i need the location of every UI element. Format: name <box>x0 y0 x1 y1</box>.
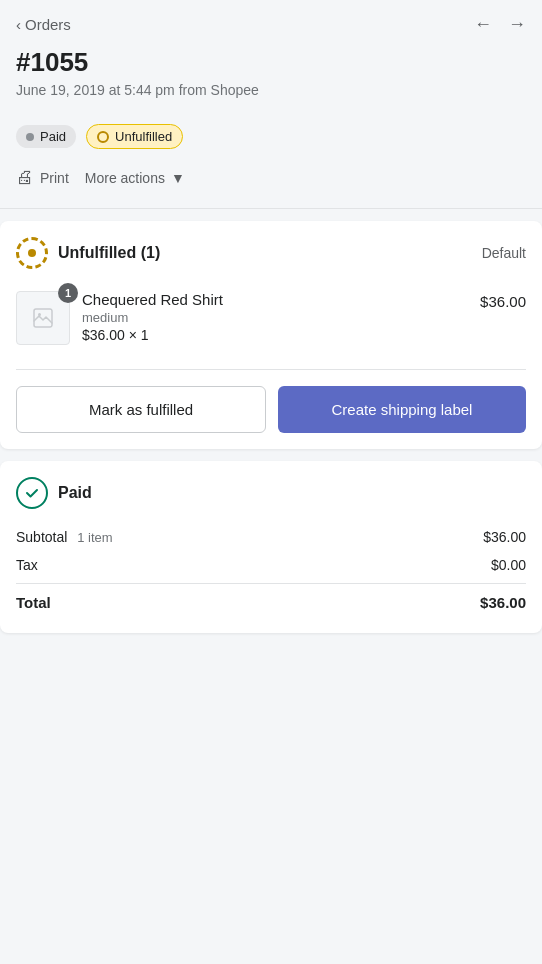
back-link[interactable]: ‹ Orders <box>16 16 71 33</box>
total-label: Total <box>16 594 51 611</box>
item-quantity: 1 <box>141 327 149 343</box>
payment-summary: Subtotal 1 item $36.00 Tax $0.00 Total $… <box>16 523 526 617</box>
item-details: Chequered Red Shirt medium $36.00 × 1 <box>82 291 468 343</box>
status-row: Paid Unfulfilled <box>0 114 542 163</box>
unfulfilled-badge-label: Unfulfilled <box>115 129 172 144</box>
back-label: Orders <box>25 16 71 33</box>
unfulfilled-status-icon <box>16 237 48 269</box>
back-chevron-icon: ‹ <box>16 16 21 33</box>
fulfillment-actions: Mark as fulfilled Create shipping label <box>16 369 526 433</box>
create-shipping-label-button[interactable]: Create shipping label <box>278 386 526 433</box>
paid-section-header: Paid <box>16 477 526 509</box>
unfulfilled-card: Unfulfilled (1) Default 1 Chequered Red … <box>0 221 542 449</box>
paid-badge-label: Paid <box>40 129 66 144</box>
section-title: Unfulfilled (1) <box>16 237 160 269</box>
image-placeholder-icon <box>31 306 55 330</box>
item-quantity-badge: 1 <box>58 283 78 303</box>
more-actions-button[interactable]: More actions ▼ <box>85 166 185 190</box>
paid-status-icon <box>16 477 48 509</box>
item-variant: medium <box>82 310 468 325</box>
subtotal-value: $36.00 <box>483 529 526 545</box>
fulfillment-location: Default <box>482 245 526 261</box>
item-total-price: $36.00 <box>480 291 526 310</box>
order-date: June 19, 2019 at 5:44 pm from Shopee <box>16 82 526 98</box>
print-button[interactable]: 🖨 Print <box>16 163 69 192</box>
nav-arrows: ← → <box>474 14 526 35</box>
subtotal-label: Subtotal 1 item <box>16 529 113 545</box>
paid-dot-icon <box>26 133 34 141</box>
chevron-down-icon: ▼ <box>171 170 185 186</box>
checkmark-icon <box>24 485 40 501</box>
total-divider <box>16 583 526 584</box>
tax-value: $0.00 <box>491 557 526 573</box>
paid-card: Paid Subtotal 1 item $36.00 Tax $0.00 To… <box>0 461 542 633</box>
subtotal-row: Subtotal 1 item $36.00 <box>16 523 526 551</box>
item-qty-separator: × <box>129 327 141 343</box>
item-price-quantity: $36.00 × 1 <box>82 327 468 343</box>
tax-label: Tax <box>16 557 38 573</box>
unfulfilled-inner-dot <box>28 249 36 257</box>
header-divider <box>0 208 542 209</box>
more-actions-label: More actions <box>85 170 165 186</box>
item-unit-price: $36.00 <box>82 327 125 343</box>
section-header: Unfulfilled (1) Default <box>16 237 526 269</box>
total-row: Total $36.00 <box>16 588 526 617</box>
subtotal-items: 1 item <box>77 530 112 545</box>
next-order-button[interactable]: → <box>508 14 526 35</box>
item-image-wrap: 1 <box>16 291 70 345</box>
fulfillment-title: Unfulfilled (1) <box>58 244 160 262</box>
print-label: Print <box>40 170 69 186</box>
paid-title-text: Paid <box>58 484 92 502</box>
line-item: 1 Chequered Red Shirt medium $36.00 × 1 … <box>16 283 526 353</box>
prev-order-button[interactable]: ← <box>474 14 492 35</box>
paid-badge: Paid <box>16 125 76 148</box>
unfulfilled-circle-icon <box>97 131 109 143</box>
paid-title-row: Paid <box>16 477 92 509</box>
printer-icon: 🖨 <box>16 167 34 188</box>
top-nav: ‹ Orders ← → <box>0 0 542 43</box>
order-header: #1055 June 19, 2019 at 5:44 pm from Shop… <box>0 43 542 114</box>
item-name: Chequered Red Shirt <box>82 291 468 308</box>
order-number: #1055 <box>16 47 526 78</box>
mark-fulfilled-button[interactable]: Mark as fulfilled <box>16 386 266 433</box>
total-value: $36.00 <box>480 594 526 611</box>
tax-row: Tax $0.00 <box>16 551 526 579</box>
unfulfilled-badge: Unfulfilled <box>86 124 183 149</box>
actions-bar: 🖨 Print More actions ▼ <box>0 163 542 208</box>
